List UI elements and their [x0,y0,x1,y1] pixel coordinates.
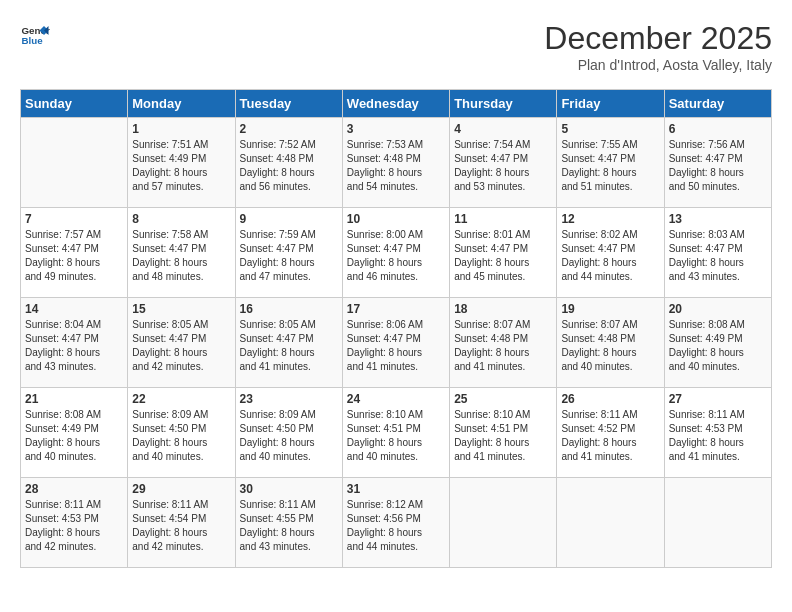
cell-info-line: Sunset: 4:48 PM [240,153,314,164]
day-number: 25 [454,392,552,406]
location: Plan d'Introd, Aosta Valley, Italy [544,57,772,73]
cell-info-line: and 40 minutes. [561,361,632,372]
cell-info-line: and 40 minutes. [669,361,740,372]
cell-info-line: and 44 minutes. [561,271,632,282]
cell-info-line: Sunrise: 7:55 AM [561,139,637,150]
cell-info-line: and 46 minutes. [347,271,418,282]
cell-info-line: and 57 minutes. [132,181,203,192]
cell-info-line: Sunrise: 7:59 AM [240,229,316,240]
cell-info-line: Sunrise: 7:51 AM [132,139,208,150]
cell-info-line: Sunrise: 8:06 AM [347,319,423,330]
cell-info-line: Daylight: 8 hours [347,347,422,358]
cell-info-line: Sunrise: 8:11 AM [132,499,208,510]
calendar-cell: 12Sunrise: 8:02 AMSunset: 4:47 PMDayligh… [557,208,664,298]
day-number: 20 [669,302,767,316]
header-row: SundayMondayTuesdayWednesdayThursdayFrid… [21,90,772,118]
day-number: 9 [240,212,338,226]
cell-info: Sunrise: 8:11 AMSunset: 4:55 PMDaylight:… [240,498,338,554]
cell-info-line: and 50 minutes. [669,181,740,192]
week-row-3: 14Sunrise: 8:04 AMSunset: 4:47 PMDayligh… [21,298,772,388]
cell-info-line: Sunset: 4:51 PM [347,423,421,434]
calendar-cell: 26Sunrise: 8:11 AMSunset: 4:52 PMDayligh… [557,388,664,478]
calendar-cell: 27Sunrise: 8:11 AMSunset: 4:53 PMDayligh… [664,388,771,478]
cell-info-line: Daylight: 8 hours [240,167,315,178]
calendar-cell: 22Sunrise: 8:09 AMSunset: 4:50 PMDayligh… [128,388,235,478]
cell-info-line: Daylight: 8 hours [347,257,422,268]
cell-info-line: and 42 minutes. [132,541,203,552]
header-day-tuesday: Tuesday [235,90,342,118]
cell-info-line: and 56 minutes. [240,181,311,192]
cell-info-line: Sunset: 4:47 PM [561,153,635,164]
calendar-cell: 10Sunrise: 8:00 AMSunset: 4:47 PMDayligh… [342,208,449,298]
cell-info-line: Daylight: 8 hours [561,257,636,268]
calendar-cell [664,478,771,568]
cell-info-line: Daylight: 8 hours [347,527,422,538]
cell-info: Sunrise: 8:11 AMSunset: 4:52 PMDaylight:… [561,408,659,464]
cell-info-line: Sunset: 4:47 PM [25,333,99,344]
cell-info-line: Sunset: 4:49 PM [132,153,206,164]
cell-info: Sunrise: 8:05 AMSunset: 4:47 PMDaylight:… [132,318,230,374]
cell-info: Sunrise: 8:01 AMSunset: 4:47 PMDaylight:… [454,228,552,284]
cell-info-line: Sunrise: 8:00 AM [347,229,423,240]
cell-info-line: Sunrise: 8:03 AM [669,229,745,240]
cell-info-line: Daylight: 8 hours [25,347,100,358]
cell-info-line: and 54 minutes. [347,181,418,192]
cell-info-line: Daylight: 8 hours [132,167,207,178]
day-number: 18 [454,302,552,316]
header-day-thursday: Thursday [450,90,557,118]
cell-info-line: Sunrise: 7:53 AM [347,139,423,150]
day-number: 28 [25,482,123,496]
cell-info: Sunrise: 8:07 AMSunset: 4:48 PMDaylight:… [561,318,659,374]
cell-info-line: Sunrise: 8:10 AM [347,409,423,420]
calendar-table: SundayMondayTuesdayWednesdayThursdayFrid… [20,89,772,568]
cell-info-line: Sunset: 4:49 PM [669,333,743,344]
cell-info-line: and 41 minutes. [240,361,311,372]
cell-info: Sunrise: 8:11 AMSunset: 4:53 PMDaylight:… [669,408,767,464]
cell-info: Sunrise: 8:11 AMSunset: 4:54 PMDaylight:… [132,498,230,554]
calendar-cell: 5Sunrise: 7:55 AMSunset: 4:47 PMDaylight… [557,118,664,208]
title-block: December 2025 Plan d'Introd, Aosta Valle… [544,20,772,73]
cell-info-line: Sunset: 4:50 PM [132,423,206,434]
header-day-monday: Monday [128,90,235,118]
cell-info-line: Daylight: 8 hours [132,437,207,448]
cell-info-line: and 43 minutes. [240,541,311,552]
cell-info: Sunrise: 8:12 AMSunset: 4:56 PMDaylight:… [347,498,445,554]
cell-info-line: Sunrise: 8:05 AM [132,319,208,330]
week-row-5: 28Sunrise: 8:11 AMSunset: 4:53 PMDayligh… [21,478,772,568]
day-number: 4 [454,122,552,136]
cell-info-line: Sunrise: 7:56 AM [669,139,745,150]
cell-info-line: and 40 minutes. [132,451,203,462]
cell-info: Sunrise: 7:55 AMSunset: 4:47 PMDaylight:… [561,138,659,194]
header-day-saturday: Saturday [664,90,771,118]
cell-info-line: Daylight: 8 hours [454,257,529,268]
cell-info-line: Sunset: 4:53 PM [669,423,743,434]
calendar-cell: 17Sunrise: 8:06 AMSunset: 4:47 PMDayligh… [342,298,449,388]
cell-info-line: Daylight: 8 hours [454,437,529,448]
day-number: 27 [669,392,767,406]
cell-info-line: and 43 minutes. [669,271,740,282]
cell-info: Sunrise: 8:03 AMSunset: 4:47 PMDaylight:… [669,228,767,284]
cell-info-line: and 41 minutes. [669,451,740,462]
cell-info-line: Sunset: 4:47 PM [132,243,206,254]
cell-info-line: Daylight: 8 hours [240,347,315,358]
cell-info-line: Daylight: 8 hours [669,437,744,448]
cell-info-line: Sunset: 4:49 PM [25,423,99,434]
day-number: 30 [240,482,338,496]
calendar-cell: 16Sunrise: 8:05 AMSunset: 4:47 PMDayligh… [235,298,342,388]
cell-info-line: Sunrise: 8:09 AM [240,409,316,420]
cell-info-line: Daylight: 8 hours [454,167,529,178]
cell-info-line: Daylight: 8 hours [132,257,207,268]
week-row-4: 21Sunrise: 8:08 AMSunset: 4:49 PMDayligh… [21,388,772,478]
day-number: 22 [132,392,230,406]
cell-info-line: Daylight: 8 hours [347,167,422,178]
day-number: 1 [132,122,230,136]
cell-info-line: Sunset: 4:55 PM [240,513,314,524]
cell-info-line: Sunset: 4:54 PM [132,513,206,524]
calendar-cell: 30Sunrise: 8:11 AMSunset: 4:55 PMDayligh… [235,478,342,568]
calendar-cell: 28Sunrise: 8:11 AMSunset: 4:53 PMDayligh… [21,478,128,568]
calendar-cell [450,478,557,568]
calendar-cell: 15Sunrise: 8:05 AMSunset: 4:47 PMDayligh… [128,298,235,388]
cell-info: Sunrise: 8:09 AMSunset: 4:50 PMDaylight:… [132,408,230,464]
cell-info-line: Daylight: 8 hours [669,257,744,268]
cell-info-line: and 40 minutes. [347,451,418,462]
